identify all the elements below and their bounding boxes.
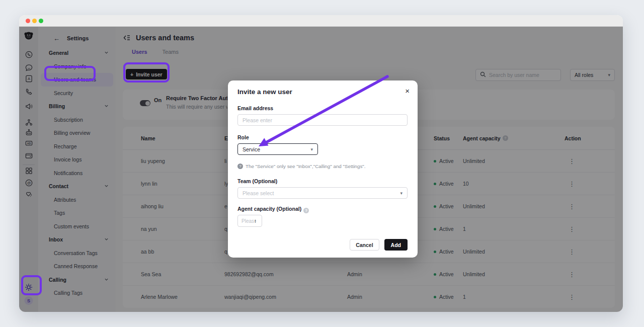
modal-title: Invite a new user xyxy=(237,88,292,96)
role-help-text: The "Service" only see "Inbox","Calling"… xyxy=(246,164,366,169)
invite-user-modal: Invite a new user × Email address Role S… xyxy=(228,80,418,258)
modal-footer: Cancel Add xyxy=(350,239,408,251)
role-select-value: Service xyxy=(243,146,260,152)
team-select[interactable]: Please select ▾ xyxy=(237,187,408,199)
window-titlebar xyxy=(19,15,623,27)
role-help-text-row: ? The "Service" only see "Inbox","Callin… xyxy=(237,164,366,169)
team-label: Team (Optional) xyxy=(237,178,277,184)
agent-capacity-label: Agent capacity (Optional)? xyxy=(237,206,309,213)
question-icon: ? xyxy=(237,164,243,169)
zoom-window-button[interactable] xyxy=(39,19,43,23)
agent-capacity-input[interactable] xyxy=(242,218,255,224)
team-select-placeholder: Please select xyxy=(243,190,274,196)
chevron-down-icon: ▾ xyxy=(310,147,313,152)
close-icon[interactable]: × xyxy=(405,87,410,95)
email-label: Email address xyxy=(237,105,273,111)
stepper-arrows-icon[interactable]: ▴▾ xyxy=(255,219,256,223)
chevron-down-icon: ▾ xyxy=(400,191,403,196)
email-field[interactable] xyxy=(237,114,408,126)
add-button[interactable]: Add xyxy=(384,239,408,251)
close-window-button[interactable] xyxy=(26,19,30,23)
cancel-button[interactable]: Cancel xyxy=(350,239,379,251)
role-label: Role xyxy=(237,134,249,140)
question-icon[interactable]: ? xyxy=(303,208,309,213)
agent-capacity-stepper[interactable]: ▴▾ xyxy=(237,215,262,227)
minimize-window-button[interactable] xyxy=(32,19,37,23)
role-select[interactable]: Service ▾ xyxy=(237,143,318,155)
